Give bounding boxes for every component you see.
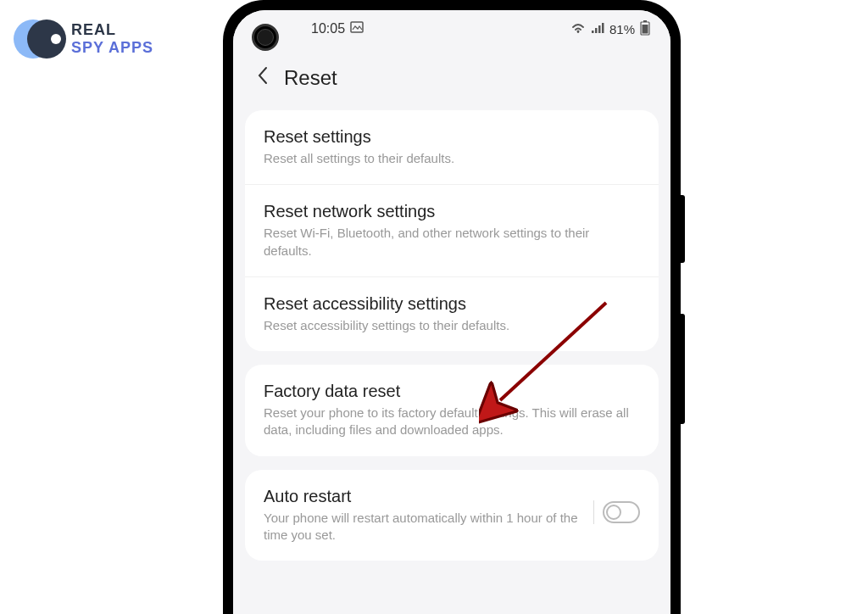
- status-time: 10:05: [311, 21, 345, 36]
- status-bar: 10:05 81%: [233, 10, 670, 47]
- auto-restart-toggle[interactable]: [603, 501, 640, 523]
- phone-frame: 10:05 81% Reset: [223, 0, 681, 614]
- logo-icon: [14, 15, 64, 62]
- reset-settings-item[interactable]: Reset settings Reset all settings to the…: [245, 110, 659, 185]
- svg-rect-8: [643, 25, 648, 34]
- battery-icon: [640, 20, 650, 38]
- svg-rect-5: [602, 23, 604, 33]
- item-desc: Reset Wi-Fi, Bluetooth, and other networ…: [264, 225, 640, 260]
- logo-line2: SPY APPS: [71, 39, 153, 57]
- settings-card-1: Reset settings Reset all settings to the…: [245, 110, 659, 351]
- item-title: Reset settings: [264, 127, 640, 147]
- reset-network-settings-item[interactable]: Reset network settings Reset Wi-Fi, Blue…: [245, 185, 659, 277]
- page-title: Reset: [284, 66, 337, 90]
- wifi-icon: [570, 22, 586, 36]
- item-title: Auto restart: [264, 487, 580, 506]
- back-button[interactable]: [250, 63, 275, 93]
- settings-content: Reset settings Reset all settings to the…: [233, 98, 670, 586]
- auto-restart-item[interactable]: Auto restart Your phone will restart aut…: [245, 470, 659, 561]
- item-desc: Your phone will restart automatically wi…: [264, 510, 580, 544]
- item-desc: Reset your phone to its factory default …: [264, 405, 640, 439]
- toggle-divider: [593, 500, 594, 524]
- svg-point-1: [576, 30, 579, 32]
- svg-rect-4: [598, 25, 601, 33]
- camera-hole: [252, 24, 279, 51]
- svg-rect-2: [592, 31, 594, 33]
- svg-rect-0: [351, 22, 363, 32]
- power-button: [681, 195, 685, 263]
- reset-accessibility-settings-item[interactable]: Reset accessibility settings Reset acces…: [245, 277, 659, 351]
- signal-icon: [591, 22, 604, 36]
- factory-data-reset-item[interactable]: Factory data reset Reset your phone to i…: [245, 365, 659, 456]
- page-header: Reset: [233, 47, 670, 98]
- settings-card-2: Factory data reset Reset your phone to i…: [245, 365, 659, 456]
- settings-card-3: Auto restart Your phone will restart aut…: [245, 470, 659, 561]
- logo-line1: REAL: [71, 21, 153, 39]
- item-desc: Reset all settings to their defaults.: [264, 150, 640, 167]
- volume-button: [681, 314, 685, 424]
- svg-rect-3: [595, 28, 598, 33]
- battery-percent: 81%: [609, 22, 635, 36]
- item-desc: Reset accessibility settings to their de…: [264, 317, 640, 334]
- item-title: Reset network settings: [264, 202, 640, 221]
- item-title: Reset accessibility settings: [264, 294, 640, 314]
- screenshot-saved-icon: [350, 21, 364, 36]
- logo-text: REAL SPY APPS: [71, 21, 153, 57]
- brand-logo: REAL SPY APPS: [14, 15, 153, 62]
- phone-screen: 10:05 81% Reset: [233, 10, 670, 614]
- item-title: Factory data reset: [264, 382, 640, 401]
